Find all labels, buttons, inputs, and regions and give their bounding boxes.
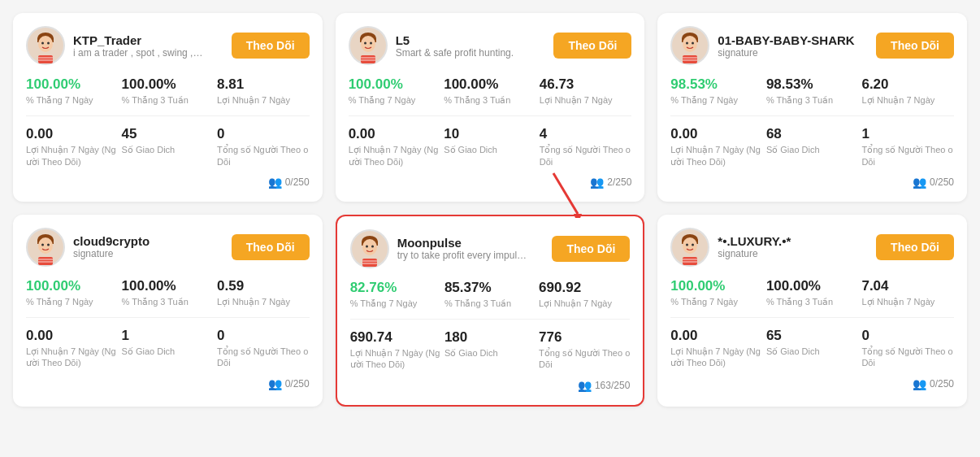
followers-value: 776	[539, 329, 630, 346]
trader-name: L5	[396, 33, 514, 47]
followers-label: Tổng số Người Theo o Dõi	[217, 346, 310, 369]
profit-ng-label: Lợi Nhuận 7 Ngày (Ng ười Theo Dõi)	[26, 346, 119, 369]
capacity-value: 0/250	[285, 176, 310, 188]
svg-point-43	[371, 245, 374, 247]
win7-value: 82.76%	[350, 280, 441, 296]
follow-button[interactable]: Theo Dõi	[232, 234, 310, 260]
profit7-label: Lợi Nhuận 7 Ngày	[861, 296, 954, 307]
win3w-label: % Thắng 3 Tuần	[122, 296, 215, 307]
win3w-value: 98.53%	[766, 76, 859, 93]
trades-value: 45	[122, 126, 215, 142]
trades-label: Số Giao Dich	[122, 346, 215, 357]
avatar	[349, 26, 388, 65]
capacity-icon: 👥	[590, 176, 604, 189]
followers-value: 0	[217, 126, 310, 142]
win7-stat: 100.00% % Thắng 7 Ngày	[26, 278, 119, 307]
user-info: L5 Smart & safe profit hunting.	[396, 33, 514, 59]
profit7-stat: 0.59 Lợi Nhuận 7 Ngày	[217, 278, 310, 307]
profit7-label: Lợi Nhuận 7 Ngày	[539, 298, 630, 309]
win3w-label: % Thắng 3 Tuần	[122, 94, 215, 106]
card-header: KTP_Trader i am a trader , spot , swing …	[26, 26, 310, 65]
profit7-stat: 690.92 Lợi Nhuận 7 Ngày	[539, 280, 630, 309]
profit-ng-label: Lợi Nhuận 7 Ngày (Ng ười Theo Dõi)	[670, 346, 763, 369]
profit7-value: 8.81	[217, 76, 310, 93]
trader-bio: i am a trader , spot , swing , scalp	[73, 47, 203, 59]
win7-label: % Thắng 7 Ngày	[350, 298, 441, 309]
svg-point-52	[692, 243, 694, 246]
win3w-value: 100.00%	[122, 278, 215, 294]
user-info: KTP_Trader i am a trader , spot , swing …	[73, 33, 203, 59]
win3w-value: 85.37%	[444, 280, 536, 296]
svg-rect-45	[362, 260, 377, 262]
win3w-label: % Thắng 3 Tuần	[444, 94, 536, 106]
followers-label: Tổng số Người Theo o Dõi	[217, 144, 310, 168]
win7-label: % Thắng 7 Ngày	[670, 94, 763, 106]
user-info: cloud9crypto signature	[73, 234, 150, 259]
svg-rect-17	[361, 59, 375, 61]
card-header-left: cloud9crypto signature	[26, 228, 150, 267]
profit-ng-label: Lợi Nhuận 7 Ngày (Ng ười Theo Dõi)	[350, 347, 441, 371]
svg-point-31	[41, 243, 44, 246]
card-header: L5 Smart & safe profit hunting. Theo Dõi	[349, 26, 632, 65]
divider	[349, 115, 632, 116]
card-header: 01-BABY-BABY-SHARK signature Theo Dõi	[670, 26, 954, 65]
profit7-stat: 8.81 Lợi Nhuận 7 Ngày	[217, 76, 310, 106]
capacity-row: 👥 0/250	[670, 176, 954, 189]
trades-value: 180	[444, 329, 536, 346]
svg-rect-55	[683, 261, 697, 263]
svg-point-4	[41, 42, 44, 45]
trades-label: Số Giao Dich	[766, 144, 859, 155]
bottom-stats-row: 0.00 Lợi Nhuận 7 Ngày (Ng ười Theo Dõi) …	[26, 328, 310, 369]
bottom-stats-row: 0.00 Lợi Nhuận 7 Ngày (Ng ười Theo Dõi) …	[349, 126, 632, 168]
profit7-value: 0.59	[217, 278, 310, 294]
win3w-value: 100.00%	[444, 76, 536, 93]
trades-value: 10	[444, 126, 536, 142]
followers-stat: 4 Tổng số Người Theo o Dõi	[540, 126, 632, 168]
follow-button[interactable]: Theo Dõi	[552, 236, 630, 262]
svg-point-41	[362, 239, 377, 255]
follow-button[interactable]: Theo Dõi	[876, 33, 954, 59]
user-info: Moonpulse try to take profit every impul…	[397, 236, 527, 261]
profit7-stat: 46.73 Lợi Nhuận 7 Ngày	[540, 76, 632, 106]
profit-ng-value: 0.00	[670, 126, 763, 142]
card-header-left: KTP_Trader i am a trader , spot , swing …	[26, 26, 203, 65]
capacity-icon: 👥	[268, 377, 282, 390]
trader-card-moonpulse: Moonpulse try to take profit every impul…	[336, 215, 645, 407]
trader-bio: Smart & safe profit hunting.	[396, 47, 514, 59]
trader-name: 01-BABY-BABY-SHARK	[718, 33, 854, 47]
follow-button[interactable]: Theo Dõi	[876, 234, 954, 260]
svg-point-32	[47, 243, 50, 246]
trader-name: cloud9crypto	[73, 234, 150, 248]
win7-value: 100.00%	[26, 278, 119, 294]
win7-label: % Thắng 7 Ngày	[26, 94, 119, 106]
trades-value: 65	[766, 328, 859, 344]
followers-stat: 1 Tổng số Người Theo o Dõi	[861, 126, 954, 168]
svg-point-3	[38, 36, 53, 52]
divider	[26, 115, 310, 116]
profit-ng-label: Lợi Nhuận 7 Ngày (Ng ười Theo Dõi)	[26, 144, 119, 168]
trader-card-baby-shark: 01-BABY-BABY-SHARK signature Theo Dõi 98…	[657, 13, 967, 202]
trades-stat: 1 Số Giao Dich	[122, 328, 215, 369]
trader-bio: try to take profit every impulse wav...	[397, 250, 527, 261]
profit7-stat: 7.04 Lợi Nhuận 7 Ngày	[861, 278, 954, 307]
svg-rect-7	[38, 57, 53, 59]
follow-button[interactable]: Theo Dõi	[232, 33, 310, 59]
card-row-1: cloud9crypto signature Theo Dõi 100.00% …	[13, 215, 967, 407]
capacity-value: 0/250	[930, 176, 954, 188]
trades-value: 68	[766, 126, 859, 142]
follow-button[interactable]: Theo Dõi	[553, 33, 631, 59]
profit-ng-stat: 0.00 Lợi Nhuận 7 Ngày (Ng ười Theo Dõi)	[670, 126, 763, 168]
capacity-value: 163/250	[595, 380, 630, 391]
card-header: *•.LUXURY.•* signature Theo Dõi	[670, 228, 954, 267]
capacity-value: 0/250	[930, 378, 954, 390]
svg-rect-25	[683, 57, 697, 59]
svg-rect-54	[683, 259, 697, 260]
profit7-label: Lợi Nhuận 7 Ngày	[540, 94, 632, 106]
svg-point-50	[683, 237, 697, 254]
profit-ng-label: Lợi Nhuận 7 Ngày (Ng ười Theo Dõi)	[349, 144, 441, 168]
win7-value: 98.53%	[670, 76, 763, 93]
card-header-left: Moonpulse try to take profit every impul…	[350, 229, 527, 268]
svg-point-21	[683, 36, 697, 52]
followers-label: Tổng số Người Theo o Dõi	[539, 347, 630, 371]
followers-stat: 0 Tổng số Người Theo o Dõi	[861, 328, 954, 369]
